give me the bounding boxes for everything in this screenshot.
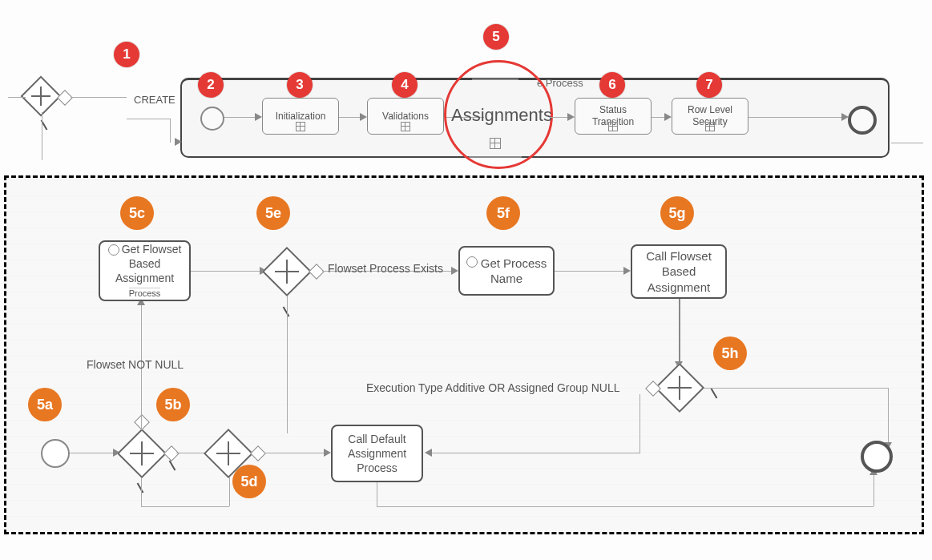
end-event [848, 106, 877, 135]
label-exec-additive: Execution Type Additive OR Assigned Grou… [366, 381, 619, 394]
gateway-pre-lane [21, 76, 62, 117]
badge-5a: 5a [28, 388, 62, 421]
arrow [324, 449, 331, 457]
connector [224, 117, 258, 118]
connector [170, 119, 171, 143]
badge-3: 3 [287, 72, 313, 98]
connector [679, 299, 680, 365]
badge-label: 5 [492, 29, 499, 45]
border-fragment [469, 156, 522, 158]
badge-label: 5d [240, 473, 257, 490]
detail-panel [4, 175, 924, 534]
badge-label: 7 [705, 77, 712, 93]
task-validations: Validations [367, 98, 444, 135]
gateway-marker [57, 90, 73, 106]
connector [264, 453, 327, 453]
end-event-detail [861, 441, 893, 473]
connector [287, 433, 288, 433]
badge-6: 6 [599, 72, 625, 98]
subprocess-icon [490, 138, 501, 149]
badge-5g: 5g [660, 196, 694, 230]
badge-5: 5 [483, 24, 509, 50]
badge-5e: 5e [256, 196, 290, 230]
badge-5b: 5b [156, 388, 190, 421]
arrow [567, 113, 575, 121]
badge-label: 1 [123, 46, 130, 62]
arrow [664, 113, 672, 121]
badge-label: 5g [668, 205, 685, 222]
task-get-process-name: Get Process Name [458, 246, 555, 296]
task-row-level-security: Row Level Security [672, 98, 748, 135]
connector [888, 388, 889, 445]
task-label: Initialization [276, 111, 326, 123]
start-event-detail [41, 439, 70, 468]
task-label: Validations [382, 111, 429, 123]
connector [287, 296, 288, 433]
connector [141, 477, 142, 506]
badge-4: 4 [392, 72, 418, 98]
badge-label: 4 [401, 77, 408, 93]
connector [555, 271, 627, 272]
task-call-flowset: Call Flowset Based Assignment [631, 244, 727, 299]
task-call-default: Call Default Assignment Process [331, 425, 423, 482]
badge-7: 7 [696, 72, 722, 98]
arrow [360, 113, 367, 121]
connector [8, 97, 26, 98]
connector [377, 482, 377, 506]
arrow [425, 449, 432, 457]
connector [639, 394, 640, 453]
connector [42, 112, 42, 160]
badge-label: 5f [497, 205, 510, 222]
task-label: Call Default Assignment Process [336, 432, 418, 476]
task-get-flowset: Get Flowset Based AssignmentProcess [99, 240, 191, 301]
arrow [255, 113, 262, 121]
connector [191, 271, 263, 272]
connector [704, 388, 888, 389]
connector [229, 477, 230, 506]
border-fragment [472, 79, 518, 80]
subprocess-icon [401, 122, 410, 131]
arrow [623, 267, 631, 275]
badge-5d: 5d [232, 465, 266, 498]
start-event [200, 107, 224, 131]
badge-label: 5h [721, 345, 738, 362]
connector [127, 119, 170, 119]
connector [873, 473, 874, 506]
label-flowset-exists: Flowset Process Exists [328, 262, 443, 275]
gear-icon [108, 244, 119, 256]
badge-label: 6 [608, 77, 615, 93]
arrow [451, 267, 458, 275]
badge-label: 2 [207, 77, 214, 93]
connector [891, 143, 923, 143]
connector [70, 453, 116, 453]
subprocess-icon [608, 122, 618, 131]
label-flowset-not-null: Flowset NOT NULL [87, 358, 184, 371]
connector [377, 506, 873, 507]
task-label: Get Flowset Based Assignment [115, 243, 181, 284]
task-initialization: Initialization [262, 98, 339, 135]
connector [748, 117, 845, 118]
badge-5c: 5c [120, 196, 154, 230]
arrow [175, 138, 182, 146]
task-label: Get Process Name [481, 256, 547, 286]
task-sublabel: Process [129, 288, 161, 298]
task-status-transition: Status Transition [575, 98, 652, 135]
connector [431, 453, 639, 453]
badge-5h: 5h [713, 336, 747, 370]
badge-label: 3 [296, 77, 303, 93]
subprocess-icon [296, 122, 305, 131]
badge-label: 5c [129, 205, 145, 222]
lane-label: CREATE [134, 94, 176, 106]
connector [71, 97, 127, 98]
connector [141, 506, 229, 507]
badge-label: 5e [265, 205, 281, 222]
badge-2: 2 [198, 72, 224, 98]
gear-icon [466, 256, 478, 268]
badge-5f: 5f [486, 196, 520, 230]
badge-label: 5b [164, 397, 181, 413]
badge-label: 5a [37, 397, 53, 413]
task-label: Call Flowset Based Assignment [635, 248, 722, 296]
subprocess-icon [705, 122, 715, 131]
badge-1: 1 [114, 42, 139, 67]
task-assignments: Assignments [451, 105, 552, 126]
